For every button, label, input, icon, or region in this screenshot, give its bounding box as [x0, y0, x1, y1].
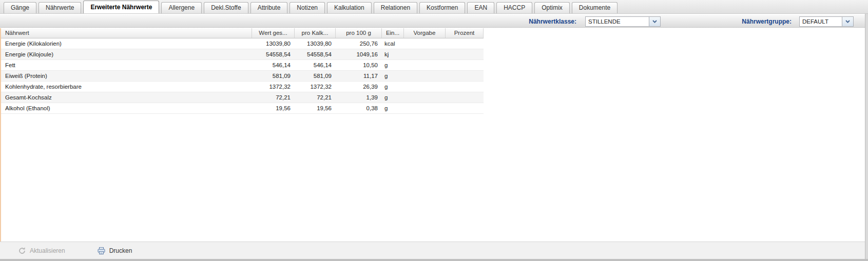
- wert-ges-cell: 1372,32: [252, 82, 295, 92]
- wert-ges-cell: 54558,54: [252, 49, 295, 59]
- wert-ges-cell: 581,09: [252, 71, 295, 81]
- nutrient-class-label: Nährwertklasse:: [529, 18, 576, 25]
- column-header-einheit[interactable]: Ein...: [382, 28, 404, 38]
- tab-kostformen[interactable]: Kostformen: [419, 2, 465, 13]
- window-right-edge: [865, 14, 868, 259]
- vorgabe-cell: [404, 71, 446, 81]
- pro-kalk-cell: 54558,54: [295, 49, 336, 59]
- einheit-cell: kcal: [382, 38, 404, 49]
- wert-ges-cell: 13039,80: [252, 38, 295, 49]
- pro-kalk-cell: 19,56: [295, 103, 336, 113]
- nutrient-name-cell: Gesamt-Kochsalz: [1, 92, 252, 103]
- nutrient-name-cell: Alkohol (Ethanol): [1, 103, 252, 113]
- pro-kalk-cell: 581,09: [295, 71, 336, 81]
- einheit-cell: g: [382, 71, 404, 81]
- tab-notizen[interactable]: Notizen: [290, 2, 325, 13]
- nutrient-group-dropdown-button[interactable]: [842, 17, 853, 26]
- vorgabe-cell: [404, 92, 446, 103]
- refresh-icon: [18, 247, 26, 255]
- tab-haccp[interactable]: HACCP: [496, 2, 532, 13]
- prozent-cell: [446, 71, 484, 81]
- pro-100g-cell: 0,38: [336, 103, 382, 113]
- refresh-button[interactable]: Aktualisieren: [14, 245, 69, 257]
- column-header-vorgabe[interactable]: Vorgabe: [404, 28, 446, 38]
- table-row[interactable]: Alkohol (Ethanol) 19,56 19,56 0,38 g: [1, 103, 484, 114]
- tab-naehrwerte[interactable]: Nährwerte: [38, 2, 81, 13]
- window-bottom-edge: [0, 259, 868, 261]
- einheit-cell: g: [382, 92, 404, 103]
- nutrient-class-dropdown-button[interactable]: [649, 17, 660, 26]
- prozent-cell: [446, 38, 484, 49]
- tab-attribute[interactable]: Attribute: [250, 2, 288, 13]
- nutrient-class-combobox[interactable]: STILLENDE: [585, 16, 661, 27]
- column-header-pro-kalk[interactable]: pro Kalk...: [295, 28, 336, 38]
- tab-kalkulation[interactable]: Kalkulation: [327, 2, 372, 13]
- tab-bar: Gänge Nährwerte Erweiterte Nährwerte All…: [0, 0, 868, 14]
- refresh-button-label: Aktualisieren: [30, 247, 65, 254]
- column-header-naehrwert[interactable]: Nährwert: [1, 28, 252, 38]
- wert-ges-cell: 19,56: [252, 103, 295, 113]
- column-header-wert-ges[interactable]: Wert ges...: [252, 28, 295, 38]
- chevron-down-icon: [845, 20, 850, 23]
- einheit-cell: g: [382, 82, 404, 92]
- footer-toolbar: Aktualisieren Drucken: [0, 242, 865, 259]
- table-row[interactable]: Energie (Kilokalorien) 13039,80 13039,80…: [1, 38, 484, 49]
- nutrient-name-cell: Energie (Kilojoule): [1, 49, 252, 59]
- vorgabe-cell: [404, 38, 446, 49]
- tab-dokumente[interactable]: Dokumente: [572, 2, 618, 13]
- tab-allergene[interactable]: Allergene: [161, 2, 202, 13]
- print-button-label: Drucken: [109, 247, 132, 254]
- tab-ean[interactable]: EAN: [467, 2, 494, 13]
- prozent-cell: [446, 103, 484, 113]
- vorgabe-cell: [404, 60, 446, 70]
- tab-dekl-stoffe[interactable]: Dekl.Stoffe: [204, 2, 248, 13]
- einheit-cell: g: [382, 60, 404, 70]
- table-row[interactable]: Kohlenhydrate, resorbierbare 1372,32 137…: [1, 82, 484, 92]
- table-row[interactable]: Fett 546,14 546,14 10,50 g: [1, 60, 484, 71]
- table-row[interactable]: Gesamt-Kochsalz 72,21 72,21 1,39 g: [1, 92, 484, 103]
- einheit-cell: kj: [382, 49, 404, 59]
- tab-optimix[interactable]: Optimix: [534, 2, 570, 13]
- app-window: Gänge Nährwerte Erweiterte Nährwerte All…: [0, 0, 868, 261]
- pro-100g-cell: 11,17: [336, 71, 382, 81]
- print-button[interactable]: Drucken: [93, 245, 136, 257]
- nutrient-name-cell: Kohlenhydrate, resorbierbare: [1, 82, 252, 92]
- table-row[interactable]: Eiweiß (Protein) 581,09 581,09 11,17 g: [1, 71, 484, 82]
- printer-icon: [97, 247, 106, 255]
- nutrient-name-cell: Eiweiß (Protein): [1, 71, 252, 81]
- column-header-prozent[interactable]: Prozent: [446, 28, 484, 38]
- pro-kalk-cell: 13039,80: [295, 38, 336, 49]
- tab-relationen[interactable]: Relationen: [374, 2, 417, 13]
- pro-kalk-cell: 72,21: [295, 92, 336, 103]
- chevron-down-icon: [652, 20, 657, 23]
- einheit-cell: g: [382, 103, 404, 113]
- vorgabe-cell: [404, 103, 446, 113]
- table-row[interactable]: Energie (Kilojoule) 54558,54 54558,54 10…: [1, 49, 484, 60]
- vorgabe-cell: [404, 82, 446, 92]
- pro-kalk-cell: 546,14: [295, 60, 336, 70]
- prozent-cell: [446, 60, 484, 70]
- pro-100g-cell: 26,39: [336, 82, 382, 92]
- pro-100g-cell: 250,76: [336, 38, 382, 49]
- nutrient-name-cell: Energie (Kilokalorien): [1, 38, 252, 49]
- filter-toolbar: Nährwertklasse: STILLENDE Nährwertgruppe…: [0, 14, 865, 28]
- tab-gaenge[interactable]: Gänge: [4, 2, 36, 13]
- pro-kalk-cell: 1372,32: [295, 82, 336, 92]
- vorgabe-cell: [404, 49, 446, 59]
- prozent-cell: [446, 92, 484, 103]
- nutrient-class-value[interactable]: STILLENDE: [586, 17, 649, 26]
- content-panel: Nährwert Wert ges... pro Kalk... pro 100…: [0, 28, 865, 242]
- nutrient-group-combobox[interactable]: DEFAULT: [799, 16, 854, 27]
- tab-erweiterte-naehrwerte[interactable]: Erweiterte Nährwerte: [83, 1, 159, 13]
- nutrient-grid: Nährwert Wert ges... pro Kalk... pro 100…: [1, 28, 484, 114]
- wert-ges-cell: 72,21: [252, 92, 295, 103]
- column-header-pro-100g[interactable]: pro 100 g: [336, 28, 382, 38]
- nutrient-group-label: Nährwertgruppe:: [742, 18, 792, 25]
- prozent-cell: [446, 82, 484, 92]
- pro-100g-cell: 1,39: [336, 92, 382, 103]
- pro-100g-cell: 10,50: [336, 60, 382, 70]
- nutrient-group-value[interactable]: DEFAULT: [800, 17, 842, 26]
- grid-header-row: Nährwert Wert ges... pro Kalk... pro 100…: [1, 28, 484, 38]
- pro-100g-cell: 1049,16: [336, 49, 382, 59]
- prozent-cell: [446, 49, 484, 59]
